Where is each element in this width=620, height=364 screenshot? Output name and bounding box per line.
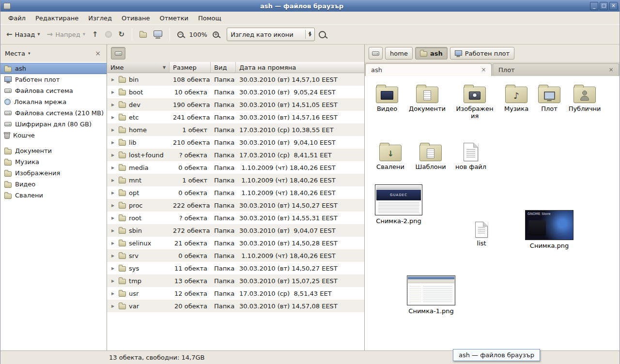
expander-icon[interactable]: ▶ <box>111 128 116 132</box>
table-row-boot[interactable]: ▶boot10 обектаПапка30.03.2010 (вт) 9,05,… <box>107 86 364 98</box>
table-row-sys[interactable]: ▶sys11 обектаПапка30.03.2010 (вт) 14,50,… <box>107 262 364 274</box>
pathbar-filesystem-button[interactable] <box>111 47 125 60</box>
expander-icon[interactable]: ▶ <box>111 203 116 208</box>
icon-item-snimka-1-png[interactable]: Снимка-1.png <box>406 275 456 315</box>
sidebar-title-select[interactable]: Места ▾ <box>5 50 93 57</box>
sidebar-item-downloads[interactable]: Свалени <box>0 190 107 201</box>
sidebar-item-video[interactable]: Видео <box>0 179 107 190</box>
sidebar-item-ash[interactable]: ash <box>0 63 107 74</box>
menu-edit[interactable]: Редактиране <box>31 13 83 24</box>
sidebar-item-music[interactable]: Музика <box>0 156 107 167</box>
table-row-etc[interactable]: ▶etc241 обектаПапка30.03.2010 (вт) 14,57… <box>107 111 364 123</box>
expander-icon[interactable]: ▶ <box>111 216 116 220</box>
sidebar-item-pictures[interactable]: Изображения <box>0 167 107 179</box>
table-row-dev[interactable]: ▶dev190 обектаПапка30.03.2010 (вт) 14,51… <box>107 98 364 111</box>
sidebar-item-encrypted-80gb[interactable]: Шифриран дял (80 GB) <box>0 119 107 130</box>
icon-item-video[interactable]: Видео <box>369 83 405 113</box>
icon-item-new-file[interactable]: нов файл <box>452 141 489 171</box>
menu-go[interactable]: Отиване <box>117 13 155 24</box>
icon-item-snimka-2-png[interactable]: GUADECСнимка-2.png <box>374 184 423 225</box>
icon-item-public[interactable]: Публични <box>566 83 603 113</box>
icon-item-snimka-png[interactable]: GNOME StoreСнимка.png <box>525 210 574 250</box>
expander-icon[interactable]: ▶ <box>111 77 116 82</box>
tab-ash[interactable]: ash× <box>365 63 492 76</box>
expander-icon[interactable]: ▶ <box>111 228 116 233</box>
pathbar-button-filesystem[interactable] <box>369 47 383 60</box>
column-header-date[interactable]: Дата на промяна <box>236 62 364 73</box>
icon-item-downloads[interactable]: ↓Свалени <box>372 141 409 171</box>
pathbar-button-home[interactable]: home <box>385 47 413 60</box>
close-icon[interactable]: × <box>480 66 487 74</box>
computer-button[interactable] <box>151 27 165 42</box>
column-header-type[interactable]: Вид <box>211 62 236 73</box>
expander-icon[interactable]: ▶ <box>111 90 116 94</box>
icon-item-templates[interactable]: Шаблони <box>412 141 449 171</box>
table-row-var[interactable]: ▶var20 обектаПапка30.03.2010 (вт) 14,57,… <box>107 300 364 312</box>
up-button[interactable]: ↑ <box>89 27 101 42</box>
expander-icon[interactable]: ▶ <box>111 178 116 182</box>
tab-plot[interactable]: Плот× <box>493 63 619 76</box>
icon-item-documents[interactable]: Документи <box>409 83 446 113</box>
sidebar-item-documents[interactable]: Документи <box>0 145 107 156</box>
column-header-name[interactable]: Име▼ <box>107 62 170 73</box>
table-row-proc[interactable]: ▶proc222 обектаПапка30.03.2010 (вт) 14,5… <box>107 199 364 212</box>
expander-icon[interactable]: ▶ <box>111 115 116 120</box>
column-header-size[interactable]: Размер <box>170 62 211 73</box>
home-button[interactable] <box>137 27 150 42</box>
icon-item-list[interactable]: list <box>466 217 497 247</box>
expander-icon[interactable]: ▶ <box>111 254 116 258</box>
table-row-bin[interactable]: ▶bin108 обектаПапка30.03.2010 (вт) 14,57… <box>107 73 364 86</box>
close-icon[interactable]: × <box>607 66 615 74</box>
back-dropdown-icon[interactable]: ▼ <box>37 32 40 36</box>
expander-icon[interactable]: ▶ <box>111 241 116 245</box>
table-row-tmp[interactable]: ▶tmp13 обектаПапка30.03.2010 (вт) 15,07,… <box>107 274 364 287</box>
table-row-usr[interactable]: ▶usr12 обектаПапка17.03.2010 (ср) 8,51,4… <box>107 287 364 300</box>
stop-button[interactable] <box>102 27 115 42</box>
sidebar-item-desktop[interactable]: Работен плот <box>0 74 107 85</box>
back-button[interactable]: ← Назад ▼ <box>3 27 43 42</box>
icon-item-music[interactable]: ♪Музика <box>498 83 535 113</box>
zoom-in-button[interactable]: + <box>210 27 222 42</box>
menu-view[interactable]: Изглед <box>83 13 117 24</box>
sidebar-item-filesystem[interactable]: Файлова система <box>0 85 107 96</box>
table-row-opt[interactable]: ▶opt0 обектаПапка 1.10.2009 (чт) 18,40,2… <box>107 186 364 199</box>
sidebar-item-trash[interactable]: Кошче <box>0 130 107 141</box>
icon-view[interactable]: ВидеоДокументиИзображения♪МузикаПлотПубл… <box>365 76 620 350</box>
table-row-sbin[interactable]: ▶sbin272 обектаПапка30.03.2010 (вт) 9,04… <box>107 224 364 237</box>
maximize-button[interactable]: □ <box>600 2 608 10</box>
titlebar[interactable]: ash — файлов браузър _ □ × <box>0 0 620 12</box>
expander-icon[interactable]: ▶ <box>111 291 116 296</box>
table-row-mnt[interactable]: ▶mnt1 обектПапка 1.10.2009 (чт) 18,40,26… <box>107 174 364 186</box>
table-row-srv[interactable]: ▶srv0 обектаПапка 1.10.2009 (чт) 18,40,2… <box>107 249 364 262</box>
reload-button[interactable]: ↻ <box>116 27 128 42</box>
table-row-root[interactable]: ▶root? обектаПапка30.03.2010 (вт) 14,55,… <box>107 212 364 224</box>
menu-help[interactable]: Помощ <box>193 13 226 24</box>
search-button[interactable] <box>316 27 329 42</box>
pathbar-button-ash[interactable]: ash <box>415 47 448 60</box>
expander-icon[interactable]: ▶ <box>111 266 116 271</box>
table-row-media[interactable]: ▶media0 обектаПапка 1.10.2009 (чт) 18,40… <box>107 161 364 174</box>
menu-file[interactable]: Файл <box>3 13 31 24</box>
icon-item-desktop[interactable]: Плот <box>531 83 568 113</box>
pathbar-button-desktop[interactable]: Работен плот <box>450 47 514 60</box>
sidebar-close-icon[interactable]: × <box>93 49 102 57</box>
menu-bookmarks[interactable]: Отметки <box>155 13 193 24</box>
forward-button[interactable]: → Напред ▼ <box>44 27 88 42</box>
expander-icon[interactable]: ▶ <box>111 191 116 195</box>
expander-icon[interactable]: ▶ <box>111 304 116 308</box>
expander-icon[interactable]: ▶ <box>111 153 116 157</box>
close-button[interactable]: × <box>609 2 618 10</box>
view-mode-select[interactable]: Изглед като икони ▲▼ <box>227 28 315 41</box>
icon-item-pictures[interactable]: Изображения <box>455 83 494 120</box>
expander-icon[interactable]: ▶ <box>111 103 116 107</box>
table-row-home[interactable]: ▶home1 обектПапка17.03.2010 (ср) 10,38,5… <box>107 123 364 136</box>
sidebar-item-network[interactable]: Локална мрежа <box>0 96 107 107</box>
table-row-lib[interactable]: ▶lib210 обектаПапка30.03.2010 (вт) 9,04,… <box>107 136 364 149</box>
minimize-button[interactable]: _ <box>590 2 598 10</box>
sidebar-item-filesystem-210mb[interactable]: Файлова система (210 MB) <box>0 107 107 119</box>
expander-icon[interactable]: ▶ <box>111 140 116 145</box>
zoom-out-button[interactable]: − <box>174 27 186 42</box>
table-row-selinux[interactable]: ▶selinux21 обектаПапка30.03.2010 (вт) 14… <box>107 237 364 249</box>
table-row-lost+found[interactable]: ▶lost+found? обектаПапка17.03.2010 (ср) … <box>107 149 364 161</box>
expander-icon[interactable]: ▶ <box>111 279 116 283</box>
